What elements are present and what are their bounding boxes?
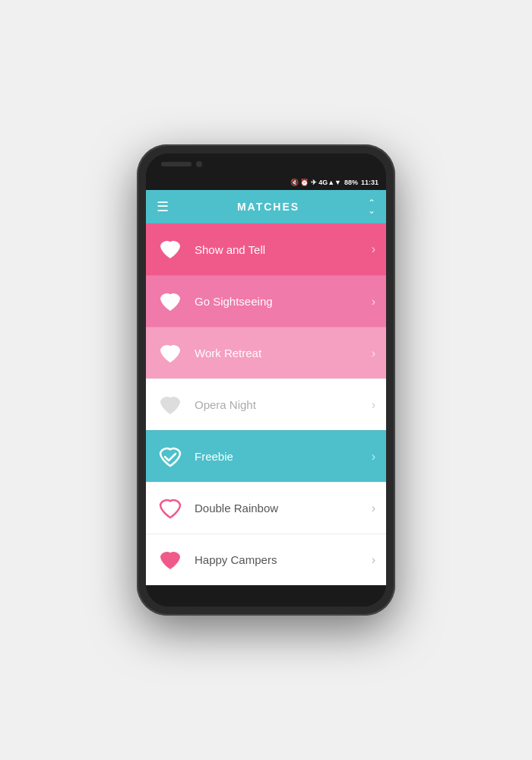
list-item[interactable]: Show and Tell › — [146, 223, 386, 275]
chevron-right-icon: › — [372, 553, 375, 567]
phone-screen: 🔇 ⏰ ✈ 4G▲▼ 88% 11:31 ☰ MATCHES Show a — [146, 154, 386, 606]
time-display: 11:31 — [361, 179, 378, 186]
hamburger-menu-icon[interactable]: ☰ — [157, 200, 169, 214]
matches-list: Show and Tell › Go Sightseeing › — [146, 223, 386, 585]
chevron-right-icon: › — [372, 398, 375, 412]
camera-area — [161, 161, 202, 167]
heart-icon — [157, 236, 184, 263]
chevron-right-icon: › — [372, 347, 375, 360]
match-name: Freebie — [195, 450, 372, 463]
page-title: MATCHES — [237, 201, 299, 213]
list-item[interactable]: Work Retreat › — [146, 327, 386, 378]
heart-icon — [157, 340, 184, 367]
camera — [196, 161, 202, 167]
phone-frame: 🔇 ⏰ ✈ 4G▲▼ 88% 11:31 ☰ MATCHES Show a — [137, 144, 395, 616]
match-name: Double Rainbow — [195, 502, 372, 515]
match-name: Go Sightseeing — [195, 295, 372, 308]
list-item[interactable]: Go Sightseeing › — [146, 275, 386, 327]
chevron-right-icon: › — [372, 242, 375, 256]
list-item[interactable]: Double Rainbow › — [146, 482, 386, 534]
heart-icon — [157, 391, 184, 419]
battery-level: 88% — [344, 179, 358, 186]
chevron-right-icon: › — [372, 295, 375, 309]
heart-check-icon — [157, 443, 184, 470]
chevron-right-icon: › — [372, 502, 375, 515]
sort-icon[interactable] — [368, 198, 375, 215]
phone-bottom-bar — [146, 585, 386, 606]
chevron-right-icon: › — [372, 450, 375, 464]
heart-icon — [157, 288, 184, 315]
match-name: Happy Campers — [195, 553, 372, 566]
match-name: Opera Night — [195, 398, 372, 411]
list-item[interactable]: Opera Night › — [146, 378, 386, 430]
list-item[interactable]: Freebie › — [146, 430, 386, 482]
status-bar: 🔇 ⏰ ✈ 4G▲▼ 88% 11:31 — [146, 175, 386, 190]
match-name: Show and Tell — [195, 243, 372, 256]
speaker — [161, 162, 192, 166]
heart-solid-pink-icon — [157, 546, 184, 574]
app-screen: ☰ MATCHES Show and Tell › — [146, 190, 386, 585]
heart-outline-icon — [157, 495, 184, 522]
app-header: ☰ MATCHES — [146, 190, 386, 223]
match-name: Work Retreat — [195, 347, 372, 359]
list-item[interactable]: Happy Campers › — [146, 534, 386, 585]
phone-top — [146, 154, 386, 175]
status-icons: 🔇 ⏰ ✈ 4G▲▼ — [290, 179, 341, 186]
